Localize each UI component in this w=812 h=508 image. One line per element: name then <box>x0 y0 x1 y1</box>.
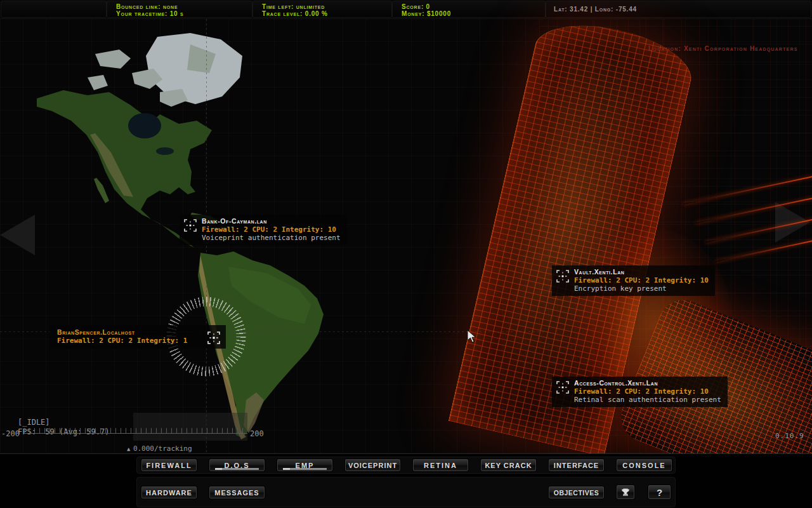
node-info: Encryption key present <box>574 284 709 293</box>
money-status: Money: $10000 <box>402 10 451 17</box>
trophy-icon <box>620 487 631 497</box>
messages-button[interactable]: MESSAGES <box>209 486 265 499</box>
node-brianspencer-localhost: BrianSpencer.Localhost Firewall: 2 CPU: … <box>49 325 226 349</box>
tracking-readout: 0.000/tracking <box>133 444 192 453</box>
bounced-link-status: Bounced link: none <box>116 3 178 10</box>
trace-level-status: Trace level: 0.00 % <box>262 10 328 17</box>
score-status: Score: 0 <box>402 3 430 10</box>
time-left-status: Time left: unlimited <box>262 3 325 10</box>
target-crosshair-icon[interactable] <box>183 218 197 232</box>
status-panel-trace: Time left: unlimited Trace level: 0.00 % <box>252 1 392 18</box>
scale-min-label: -200 <box>1 429 20 438</box>
node-name: Bank-Of-Cayman.lan <box>202 217 341 225</box>
charge-bar <box>283 468 327 470</box>
world-map[interactable]: Location: Xenti Corporation Headquarters… <box>0 19 812 453</box>
dos-button[interactable]: D.O.S <box>209 458 265 472</box>
mouse-cursor <box>467 330 477 344</box>
version-overlay: 0.10.9 <box>775 432 804 440</box>
hardware-button[interactable]: HARDWARE <box>141 486 197 499</box>
tracetime-status: Your tracetime: 10 s <box>116 10 184 17</box>
interface-button[interactable]: INTERFACE <box>548 458 605 472</box>
target-crosshair-icon[interactable] <box>556 269 570 283</box>
voiceprint-button[interactable]: VOICEPRINT <box>344 458 401 472</box>
status-panel-link: Bounced link: none Your tracetime: 10 s <box>107 1 252 18</box>
node-info: Retinal scan authentication present <box>574 396 721 404</box>
node-name: BrianSpencer.Localhost <box>57 328 187 336</box>
achievements-button[interactable] <box>616 485 635 500</box>
target-crosshair-icon[interactable] <box>207 331 221 345</box>
status-bar: Bounced link: none Your tracetime: 10 s … <box>0 0 812 19</box>
node-access-control-xenti: Access-Control.Xenti.Lan Firewall: 2 CPU… <box>552 377 728 407</box>
objectives-button[interactable]: OBJECTIVES <box>548 486 605 499</box>
fps-graph-band <box>133 413 247 441</box>
target-crosshair-icon[interactable] <box>556 380 570 394</box>
question-mark-icon: ? <box>657 487 662 498</box>
status-panel-coords: Lat: 31.42 | Long: -75.44 <box>546 1 811 18</box>
node-stats: Firewall: 2 CPU: 2 Integrity: 1 <box>57 337 187 345</box>
lat-long-readout: Lat: 31.42 | Long: -75.44 <box>554 6 637 13</box>
node-name: Vault.Xenti.Lan <box>574 268 709 276</box>
node-vault-xenti: Vault.Xenti.Lan Firewall: 2 CPU: 2 Integ… <box>552 265 715 296</box>
node-stats: Firewall: 2 CPU: 2 Integrity: 10 <box>202 225 341 234</box>
emp-button[interactable]: EMP <box>277 458 333 472</box>
game-screen: Bounced link: none Your tracetime: 10 s … <box>0 0 812 508</box>
status-panel-score: Score: 0 Money: $10000 <box>392 1 546 18</box>
node-stats: Firewall: 2 CPU: 2 Integrity: 10 <box>574 387 721 396</box>
help-button[interactable]: ? <box>648 485 671 500</box>
tracking-marker-icon: ▲ <box>127 446 130 452</box>
engine-mode-readout: [_IDLE] <box>18 418 50 427</box>
toolbar-panel: FIREWALL D.O.S EMP VOICEPRINT RETINA KEY… <box>0 453 812 508</box>
status-panel-empty <box>1 1 107 18</box>
scale-max-label: 200 <box>250 429 264 438</box>
node-bank-of-cayman: Bank-Of-Cayman.lan Firewall: 2 CPU: 2 In… <box>180 215 347 245</box>
charge-bar <box>215 468 259 470</box>
location-label: Location: Xenti Corporation Headquarters <box>648 45 798 52</box>
firewall-button[interactable]: FIREWALL <box>141 458 197 472</box>
node-name: Access-Control.Xenti.Lan <box>574 379 721 387</box>
key-crack-button[interactable]: KEY CRACK <box>480 458 537 472</box>
node-stats: Firewall: 2 CPU: 2 Integrity: 10 <box>574 276 709 284</box>
scroll-left-arrow[interactable] <box>0 215 35 255</box>
console-button[interactable]: CONSOLE <box>616 458 672 472</box>
scale-ruler <box>24 428 247 434</box>
retina-button[interactable]: RETINA <box>412 458 469 472</box>
scroll-right-arrow[interactable] <box>775 202 810 243</box>
node-info: Voiceprint authentication present <box>202 234 341 242</box>
